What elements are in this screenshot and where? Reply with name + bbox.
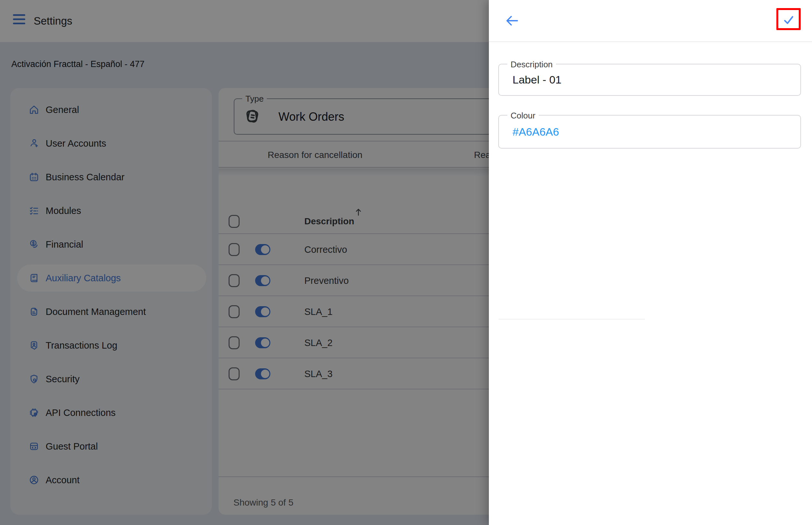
drawer-header [489,0,812,42]
arrow-left-icon[interactable] [504,13,520,29]
colour-field-value[interactable]: #A6A6A6 [513,116,791,148]
edit-label-drawer: Description Label - 01 Colour #A6A6A6 [489,0,812,525]
colour-field[interactable]: Colour #A6A6A6 [498,115,801,149]
settings-screen: Settings Activación Fracttal - Español -… [0,0,812,525]
check-icon[interactable] [782,13,796,27]
drawer-section-divider [499,319,645,319]
description-field[interactable]: Description Label - 01 [498,64,801,96]
confirm-button-highlight-box [777,8,801,30]
description-field-value[interactable]: Label - 01 [513,64,791,95]
drawer-scrim[interactable] [0,0,489,525]
